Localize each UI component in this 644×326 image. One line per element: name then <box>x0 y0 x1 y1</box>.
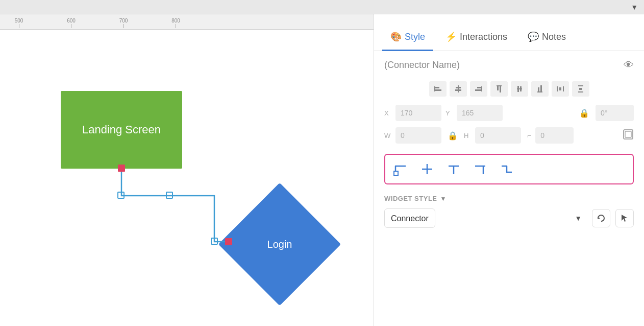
rotation-input[interactable] <box>596 105 634 121</box>
ruler-tick-600: 600 <box>71 24 71 28</box>
svg-rect-28 <box>579 88 582 90</box>
landing-screen-label: Landing Screen <box>82 123 161 137</box>
size-row: W 🔒 H ⌐ <box>384 127 634 144</box>
style-icon: 🎨 <box>390 31 402 42</box>
canvas-area[interactable]: 500 600 700 800 L <box>0 14 374 326</box>
align-center-v-button[interactable] <box>450 81 467 97</box>
t-connector-1-button[interactable] <box>418 160 436 178</box>
svg-rect-7 <box>435 89 441 91</box>
canvas-content: Landing Screen Login <box>0 30 374 326</box>
y-label: Y <box>445 109 453 117</box>
t-connector-3-button[interactable] <box>471 160 489 178</box>
svg-rect-3 <box>166 192 172 198</box>
svg-rect-15 <box>497 86 499 90</box>
svg-rect-30 <box>625 131 631 137</box>
lock-icon: 🔒 <box>577 108 591 118</box>
svg-rect-8 <box>458 85 459 92</box>
svg-rect-21 <box>538 87 539 91</box>
t-connector-2-button[interactable] <box>444 160 463 178</box>
svg-rect-19 <box>520 86 522 91</box>
panel-tabs: 🎨 Style ⚡ Interactions 💬 Notes <box>374 14 644 51</box>
align-bottom-button[interactable] <box>531 81 549 97</box>
h-label: H <box>464 132 471 139</box>
svg-rect-16 <box>500 86 501 92</box>
svg-rect-14 <box>497 85 502 86</box>
expand-corners-icon[interactable] <box>623 129 634 143</box>
corner-input[interactable] <box>535 127 574 144</box>
ruler-tick-500: 500 <box>19 24 19 28</box>
select-chevron-icon: ▼ <box>575 214 582 222</box>
svg-rect-27 <box>578 91 583 92</box>
ruler: 500 600 700 800 <box>0 14 374 30</box>
svg-rect-13 <box>475 89 481 91</box>
t-connector-4-button[interactable] <box>498 160 516 178</box>
svg-marker-39 <box>622 215 628 222</box>
svg-rect-6 <box>435 87 439 88</box>
tab-style[interactable]: 🎨 Style <box>382 31 433 51</box>
w-input[interactable] <box>395 127 441 144</box>
widget-style-select-wrapper: Connector Arrow Line ▼ <box>384 208 587 228</box>
svg-rect-26 <box>578 85 583 86</box>
widget-style-row: Connector Arrow Line ▼ <box>384 208 634 228</box>
svg-rect-32 <box>394 171 398 175</box>
position-row: X Y 🔒 <box>384 105 634 121</box>
tab-interactions-label: Interactions <box>460 32 507 42</box>
refresh-icon-button[interactable] <box>592 209 610 227</box>
svg-rect-4 <box>211 238 217 244</box>
svg-rect-10 <box>455 89 461 91</box>
main-layout: 500 600 700 800 L <box>0 14 644 326</box>
svg-rect-18 <box>517 86 519 92</box>
svg-rect-25 <box>559 87 561 90</box>
cursor-icon-button[interactable] <box>615 209 634 227</box>
login-label: Login <box>267 239 292 250</box>
top-bar: ▼ <box>0 0 644 14</box>
svg-rect-11 <box>481 86 482 91</box>
align-right-button[interactable] <box>470 81 487 97</box>
svg-rect-2 <box>118 192 124 198</box>
tab-notes-label: Notes <box>542 32 566 42</box>
connector-style-box <box>384 154 634 184</box>
align-center-h-button[interactable] <box>511 81 528 97</box>
landing-screen-widget[interactable]: Landing Screen <box>61 91 182 169</box>
wh-lock-icon: 🔒 <box>445 131 460 141</box>
widget-style-select[interactable]: Connector Arrow Line <box>384 208 435 228</box>
alignment-row <box>384 81 634 97</box>
dropdown-arrow-icon[interactable]: ▼ <box>631 3 638 11</box>
ruler-tick-800: 800 <box>176 24 176 28</box>
y-input[interactable] <box>457 105 503 121</box>
x-label: X <box>384 109 391 117</box>
svg-rect-22 <box>540 85 542 91</box>
svg-rect-20 <box>537 91 542 92</box>
widget-style-header: WIDGET STYLE ▼ <box>384 195 634 202</box>
panel-body: (Connector Name) 👁 <box>374 51 644 326</box>
connector-name-text: (Connector Name) <box>384 60 460 71</box>
ruler-marks: 500 600 700 800 <box>0 14 374 28</box>
ruler-tick-700: 700 <box>123 24 124 28</box>
interactions-icon: ⚡ <box>445 31 457 42</box>
login-widget[interactable]: Login <box>229 198 331 290</box>
align-left-button[interactable] <box>429 81 447 97</box>
tab-style-label: Style <box>405 32 425 42</box>
tab-interactions[interactable]: ⚡ Interactions <box>437 31 515 51</box>
connector-name-row: (Connector Name) 👁 <box>384 59 634 71</box>
visibility-icon[interactable]: 👁 <box>624 59 634 71</box>
right-panel: 🎨 Style ⚡ Interactions 💬 Notes (Connecto… <box>374 14 644 326</box>
corner-radius-icon: ⌐ <box>527 131 531 139</box>
notes-icon: 💬 <box>528 31 539 42</box>
widget-style-chevron-icon[interactable]: ▼ <box>440 195 447 202</box>
svg-rect-23 <box>557 86 558 91</box>
w-label: W <box>384 132 391 139</box>
svg-rect-24 <box>563 86 564 91</box>
x-input[interactable] <box>395 105 441 121</box>
svg-rect-9 <box>456 87 461 88</box>
svg-rect-5 <box>434 86 435 91</box>
h-input[interactable] <box>475 127 521 144</box>
align-top-button[interactable] <box>490 81 508 97</box>
corner-connector-button[interactable] <box>391 160 410 178</box>
distribute-v-button[interactable] <box>572 81 589 97</box>
widget-style-label: WIDGET STYLE <box>384 195 437 202</box>
distribute-h-button[interactable] <box>552 81 569 97</box>
svg-rect-12 <box>477 87 481 88</box>
tab-notes[interactable]: 💬 Notes <box>519 31 574 51</box>
